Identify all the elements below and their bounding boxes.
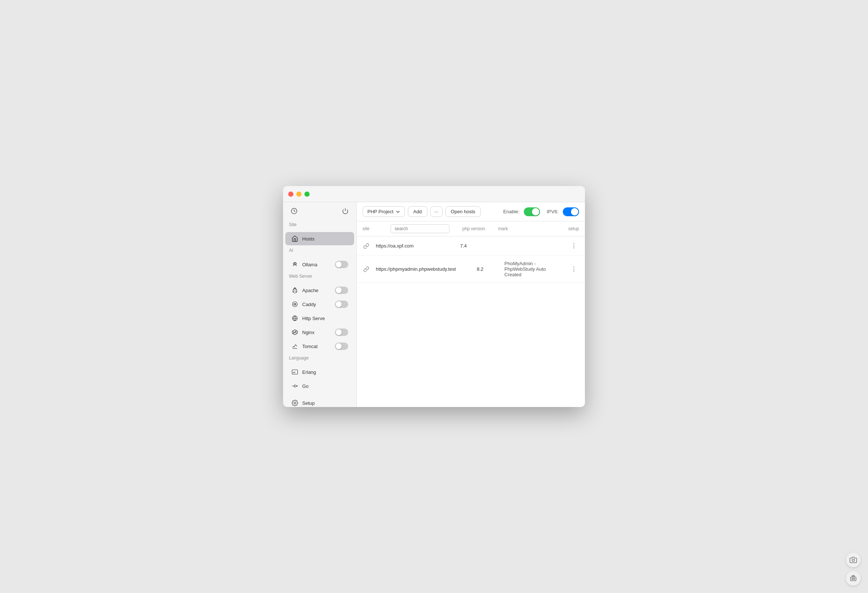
webserver-section-label: Web Server (283, 271, 356, 280)
svg-point-2 (294, 263, 295, 265)
sidebar-item-erlang[interactable]: erl Erlang (285, 365, 354, 379)
ollama-icon (291, 261, 298, 268)
open-hosts-label: Open hosts (451, 209, 475, 214)
apache-toggle[interactable] (335, 287, 348, 294)
search-input[interactable] (391, 224, 449, 233)
main-layout: Site Hosts AI (283, 202, 585, 407)
table-area: site php version mark setup (357, 221, 585, 407)
project-dropdown[interactable]: PHP Project (363, 206, 405, 217)
ollama-toggle[interactable] (335, 261, 348, 268)
table-row: https://oa.xpf.com 7.4 ⋮ (357, 237, 585, 256)
row-more-2: ⋮ (557, 265, 579, 273)
tomcat-label: Tomcat (302, 344, 331, 349)
maximize-button[interactable] (304, 192, 310, 197)
tomcat-icon (291, 343, 298, 350)
more-button[interactable]: ··· (430, 206, 443, 217)
setup-icon (291, 399, 298, 407)
ipv6-toggle[interactable] (563, 207, 579, 216)
toolbar: PHP Project Add ··· Open hosts Enable: (357, 202, 585, 221)
traffic-lights (288, 192, 310, 197)
language-section-label: Language (283, 353, 356, 362)
minimize-button[interactable] (296, 192, 301, 197)
link-icon (363, 243, 370, 250)
hosts-label: Hosts (302, 236, 348, 242)
svg-point-3 (295, 263, 297, 265)
svg-point-4 (292, 302, 297, 307)
ipv6-label: IPV6: (547, 209, 558, 214)
enable-label: Enable: (503, 209, 520, 214)
add-button[interactable]: Add (408, 206, 427, 217)
row-more-1: ⋮ (557, 242, 579, 250)
row-more-button-1[interactable]: ⋮ (569, 242, 579, 250)
nginx-icon (291, 328, 298, 336)
sidebar-item-nginx[interactable]: Nginx (285, 325, 354, 339)
sidebar-item-ollama[interactable]: Ollama (285, 258, 354, 271)
svg-text:erl: erl (293, 371, 295, 374)
svg-point-5 (294, 303, 296, 305)
nginx-toggle[interactable] (335, 328, 348, 336)
nginx-label: Nginx (302, 330, 331, 335)
sidebar-item-apache[interactable]: Apache (285, 284, 354, 297)
chevron-down-icon (396, 210, 400, 214)
caddy-toggle[interactable] (335, 300, 348, 308)
httpserve-label: Http Serve (302, 316, 348, 321)
svg-point-10 (294, 402, 296, 404)
site-section-label: Site (283, 220, 356, 229)
site-url-1[interactable]: https://oa.xpf.com (376, 243, 439, 248)
sidebar-item-hosts[interactable]: Hosts (285, 232, 354, 245)
erlang-icon: erl (291, 368, 298, 376)
go-icon (291, 382, 298, 390)
power-icon[interactable] (340, 206, 350, 216)
add-label: Add (413, 209, 422, 214)
link-icon-2 (363, 266, 370, 273)
sidebar-item-setup[interactable]: Setup (285, 396, 354, 407)
project-label: PHP Project (368, 209, 394, 214)
sidebar-item-go[interactable]: Go (285, 379, 354, 393)
apache-label: Apache (302, 288, 331, 293)
httpserve-icon (291, 315, 298, 322)
row-more-button-2[interactable]: ⋮ (569, 265, 579, 273)
php-version-2: 8.2 (462, 266, 498, 272)
table-header: site php version mark setup (357, 221, 585, 237)
caddy-label: Caddy (302, 302, 331, 307)
site-url-2[interactable]: https://phpmyadmin.phpwebstudy.test (376, 266, 456, 272)
sidebar-top-icons (283, 202, 356, 220)
titlebar (283, 186, 585, 202)
search-container (391, 224, 449, 233)
sidebar-item-httpserve[interactable]: Http Serve (285, 312, 354, 325)
home-icon (291, 235, 298, 243)
content-area: PHP Project Add ··· Open hosts Enable: (357, 202, 585, 407)
ollama-label: Ollama (302, 262, 331, 268)
col-setup: setup (557, 226, 579, 231)
sidebar: Site Hosts AI (283, 202, 357, 407)
col-php: php version (455, 226, 492, 231)
close-button[interactable] (288, 192, 294, 197)
sidebar-item-tomcat[interactable]: Tomcat (285, 340, 354, 353)
erlang-label: Erlang (302, 370, 348, 375)
open-hosts-button[interactable]: Open hosts (446, 206, 481, 217)
php-version-1: 7.4 (445, 243, 482, 248)
enable-toggle[interactable] (524, 207, 540, 216)
col-mark: mark (498, 226, 551, 231)
more-label: ··· (434, 209, 438, 214)
apache-icon (291, 287, 298, 294)
ai-section-label: AI (283, 245, 356, 254)
col-site: site (363, 226, 385, 231)
caddy-icon (291, 300, 298, 308)
toolbar-separator (484, 208, 500, 216)
setup-label: Setup (302, 400, 348, 406)
mark-2: PhoMyAdmin - PhpWebStudy Auto Created (504, 261, 551, 277)
history-icon[interactable] (289, 206, 299, 216)
go-label: Go (302, 383, 348, 389)
table-row: https://phpmyadmin.phpwebstudy.test 8.2 … (357, 256, 585, 283)
sidebar-item-caddy[interactable]: Caddy (285, 297, 354, 311)
tomcat-toggle[interactable] (335, 343, 348, 350)
